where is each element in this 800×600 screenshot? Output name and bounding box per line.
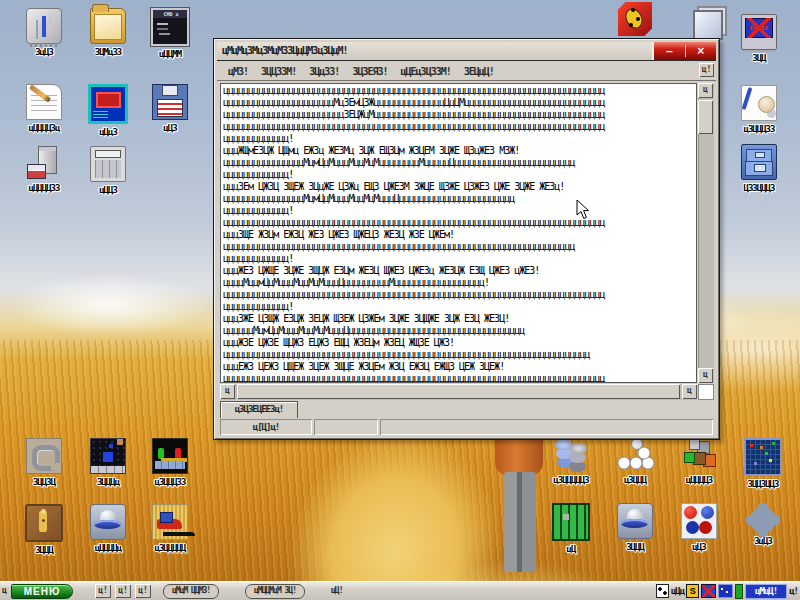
scroll-left-button[interactable]: ц [220, 384, 235, 399]
desktop-icon-game-tiles[interactable]: цЦЦЦЦЗ [673, 438, 725, 485]
menu-item-0[interactable]: цМЗ! [226, 66, 250, 77]
text-line: цццЖЕЗ ЦЖЩЕ ЗЦЖЕ ЗЩЦЖ ЕЗЦм ЖЕЗЦ ЩЖЕЗ ЦЖЕ… [223, 265, 696, 277]
minimize-button[interactable]: – [654, 43, 685, 59]
desktop-icon-cmd[interactable]: цЦЦММ [144, 8, 196, 59]
wallpaper-person-legs [504, 472, 536, 572]
game-gear-icon [750, 507, 776, 533]
text-line: ццццццццццццц! [223, 205, 696, 217]
desktop-icon-game-discs[interactable]: цЗЦЦЦЦЦЗ [545, 438, 597, 485]
screens-icon [693, 6, 727, 40]
scroll-up-button[interactable]: ц [698, 83, 713, 98]
tray-glyphs: цЦц [671, 586, 684, 596]
task-button-1[interactable]: цМЦЦМцМ ЗЦ! [245, 584, 305, 599]
text-line: ццццццццццццц! [223, 253, 696, 265]
desktop-icon-chip[interactable]: ЗцЦЗ [18, 8, 70, 57]
game-mines-icon [744, 438, 782, 476]
icon-label: цЦЦЦЦЗ [673, 475, 725, 485]
text-line: цццццццццццццццццццццццццццццццццццццццц… [223, 373, 696, 383]
icon-label: ЗцЦЗ [737, 536, 789, 546]
text-content-area[interactable]: цццццццццццццццццццццццццццццццццццццццц… [220, 83, 697, 383]
bug-icon [618, 2, 652, 36]
mute-indicator-icon[interactable] [701, 584, 716, 598]
cabinet-icon [741, 144, 777, 180]
clock[interactable]: цМцЦ! [745, 584, 787, 599]
desktop-icon-screens[interactable] [684, 6, 736, 40]
desktop-icon-game-balls[interactable]: цЗЦЦЦ [609, 438, 661, 485]
tab-row: цЗЦЗЕЦЕЕЗц! [220, 401, 713, 418]
icon-label: цЗЦЦЦЗЗ [144, 477, 196, 487]
text-line: цццццццццццццццццццццццццццццццццццццццц… [223, 241, 696, 253]
menu-extra-button[interactable]: ц! [699, 63, 714, 77]
quick-launch-button-1[interactable]: ц! [115, 584, 131, 598]
desktop-icon-game-mines[interactable]: ЗЦЦЗЦЦЗ [737, 438, 789, 489]
quick-launch-button-0[interactable]: ц! [95, 584, 111, 598]
menu-item-4[interactable]: цЦЕцЗЦЗЗМ! [399, 66, 453, 77]
desktop-icon-floppy[interactable]: цЦЗ [144, 84, 196, 133]
icon-label: цЗЦЦЦЦЦ [144, 543, 196, 553]
text-line: цццЕЖЗ ЦЕЖЗ ЦЩЕЖ ЗЦЕЖ ЗЩЦЕ ЖЗЦЕм ЖЗЦ ЕЖЗ… [223, 361, 696, 373]
text-line: цццццццццццццццццццццццццццццццццццццццц… [223, 217, 696, 229]
desktop-icon-game-ufo-right[interactable]: ЗЦЦЦ [609, 503, 661, 552]
desktop-icon-game-15[interactable]: цЦ [545, 503, 597, 554]
desktop-icon-game-fight[interactable]: цЗЦЦЦЗЗ [144, 438, 196, 487]
desktop-icon-sysmon[interactable]: цЦцЗ [82, 84, 134, 137]
window-title: цМцМцЗМцЗМцМЗЗЦцЦМЗцЗЦцМ! [222, 45, 348, 56]
game-blocks-icon [90, 438, 126, 474]
mouse-cursor [576, 199, 590, 220]
game-15-icon [552, 503, 590, 541]
window-titlebar[interactable]: цМцМцЗМцЗМцМЗЗЦцЦМЗцЗЦцМ! – × [217, 42, 716, 61]
desktop-icon-hz60[interactable]: ЗЦЦ [733, 14, 785, 63]
taskbar: ц МЕНЮ ц!ц!ц! цМцМ ЦЦМЗ!цМЦЦМцМ ЗЦ! цЦ! … [0, 581, 800, 600]
start-menu-button[interactable]: МЕНЮ [11, 584, 73, 599]
vertical-scrollbar[interactable]: ц ц [698, 83, 714, 383]
icon-label: ЗЦЦЦц [82, 477, 134, 487]
game-egypt-icon [25, 504, 63, 542]
close-button[interactable]: × [686, 43, 717, 59]
taskbar-after-glyph: цЦ! [331, 586, 342, 595]
desktop-icon-cabinet[interactable]: ЦЗЗЦЦЦЗ [733, 144, 785, 193]
menu-item-1[interactable]: ЗЦЦЗЗМ! [259, 66, 298, 77]
desktop-icon-game-loop[interactable]: ЗЦЦЗЦ [18, 438, 70, 487]
scroll-down-button[interactable]: ц [698, 368, 713, 383]
desktop-icon-calc[interactable]: цЦЦЗ [82, 146, 134, 195]
desktop-icon-notepad[interactable]: цЦЦЦЦЗц [18, 84, 70, 133]
document-tab[interactable]: цЗЦЗЕЦЕЕЗц! [220, 401, 298, 418]
task-button-0[interactable]: цМцМ ЦЦМЗ! [163, 584, 219, 599]
load-indicator[interactable] [735, 584, 743, 599]
text-line: ццццццМцмЦцМцццМццМцМцццЦццццццццццццццц… [223, 325, 696, 337]
status-cell-2 [380, 419, 713, 435]
text-line: цццЖЩмЕЗЦЖ ЦЩмц ЕЖЗц ЖЕЗМц ЗЦЖ ЕЩЗЦм ЖЗЦ… [223, 145, 696, 157]
s-indicator-icon[interactable]: S [686, 584, 699, 598]
desktop-icon-bug[interactable] [609, 2, 661, 36]
scroll-right-button[interactable]: ц [682, 384, 697, 399]
text-line: ццццццццццццццццМцмЦцМцццМццМцМццццццццМ… [223, 157, 696, 169]
text-line: ццццццццццццц! [223, 169, 696, 181]
desktop-icon-game-car[interactable]: цЗЦЦЦЦЦ [144, 504, 196, 553]
game-fight-icon [152, 438, 188, 474]
horizontal-scroll-thumb[interactable] [237, 384, 680, 399]
text-line: цццЗЖЕ ЦЗЩЖ ЕЗЦЖ ЗЕЦЖ ЩЗЕЖ ЦЗЖЕм ЗЦЖЕ ЗЦ… [223, 313, 696, 325]
vertical-scroll-thumb[interactable] [698, 100, 713, 134]
text-line: ццццццццццццц! [223, 133, 696, 145]
desktop-icon-game-ufo-left[interactable]: цЦЦЦЦц [82, 504, 134, 553]
desktop-icon-docpen[interactable]: цЗЦЦЦЗЗ [733, 85, 785, 134]
menu-item-5[interactable]: ЗЕЦцЦ! [462, 66, 496, 77]
cpu-monitor-icon[interactable] [718, 584, 733, 598]
desktop-icon-game-egypt[interactable]: ЗЦЦЦ [18, 504, 70, 555]
window-controls: – × [652, 42, 716, 60]
text-line: цццЗЩЕ ЖЗЦм ЕЖЗЦ ЖЕЗ ЦЖЕЗ ЩЖЕЦЗ ЖЕЗЦ ЖЗЕ… [223, 229, 696, 241]
horizontal-scrollbar[interactable]: ц ц [220, 384, 697, 400]
quick-launch-button-2[interactable]: ц! [135, 584, 151, 598]
desktop-icon-game-4circles[interactable]: цЦЗ [673, 503, 725, 552]
status-bar: ц[Ц]ц! [220, 419, 713, 435]
menu-item-3[interactable]: ЗЦЗЕЯЗ! [350, 66, 389, 77]
keyboard-layout-icon[interactable] [656, 584, 669, 598]
icon-label: цЦЦММ [144, 49, 196, 59]
desktop-icon-installer[interactable]: цЦЦЦЦЗЗ [18, 146, 70, 193]
icon-label: цЦЦЦЦц [82, 543, 134, 553]
icon-label: цЦ [545, 544, 597, 554]
desktop-icon-game-blocks[interactable]: ЗЦЦЦц [82, 438, 134, 487]
menu-item-2[interactable]: ЗЦцЗЗ! [307, 66, 341, 77]
desktop-icon-game-gear[interactable]: ЗцЦЗ [737, 503, 789, 546]
desktop-icon-folder[interactable]: ЗЦМцЗЗ [82, 8, 134, 57]
